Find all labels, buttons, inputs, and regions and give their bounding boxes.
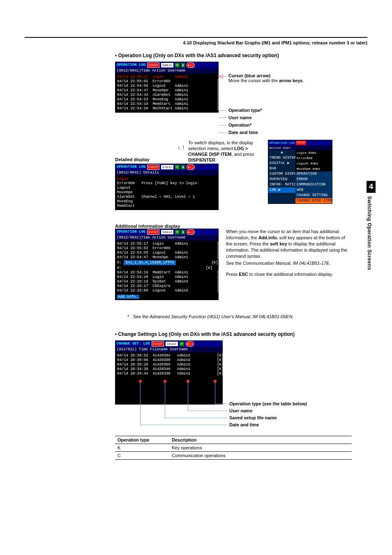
callout-dot xyxy=(139,380,142,383)
cl-callout-file: Saved setup file name xyxy=(229,415,277,420)
cl-title: CHANGE SET. LOG xyxy=(117,342,150,346)
callout-dot xyxy=(187,380,189,383)
submenu-web[interactable]: WEB xyxy=(295,187,332,193)
p2b: Communication Manual, IM 04L41B01-17E. xyxy=(243,261,330,266)
p1b: Add.info. xyxy=(258,235,278,240)
shot1-row: 04/14 22:54:10 MathStart Admin1 [K] xyxy=(117,106,217,111)
switch-note-l4b: . xyxy=(215,157,217,162)
section-heading: 4.10 Displaying Stacked Bar Graphs (/M1 … xyxy=(25,40,367,45)
shot2-row: Error089 Press [FUNC] key to login. xyxy=(117,181,217,186)
tbl-cell: C xyxy=(115,452,169,460)
submenu-error[interactable]: ERROR xyxy=(295,177,332,182)
tbl-h1: Operation type xyxy=(115,436,169,444)
menu-item-trend[interactable]: TREND HISTORY xyxy=(268,155,295,161)
shot3-row: 04/14 22:29:17 CSExpire [Y] xyxy=(117,284,217,289)
operation-type-table: Operation typeDescription KKey operation… xyxy=(115,436,352,460)
shot2-row: Logout xyxy=(117,186,217,190)
shot1-header: (0012/0041)Time Action Username xyxy=(115,68,218,74)
switch-note-l3b: , and press xyxy=(232,152,254,157)
callout-cursor: Cursor (blue arrow) Move the cursor with… xyxy=(228,73,304,83)
changelog-heading: • Change Settings Log (Only on DXs with … xyxy=(115,331,367,337)
menu-bg-row: Error089 xyxy=(295,155,332,161)
menu-item-custom[interactable]: CUSTOM DISPLAY xyxy=(268,171,295,177)
cl-callout-op: Operation type (see the table below) xyxy=(229,401,307,406)
menu-up-icon[interactable]: ▲ xyxy=(268,150,295,155)
footnote-star: * xyxy=(127,314,129,319)
switch-note-l1: To switch displays, in the display xyxy=(188,140,264,146)
menu-bg-row: Login Admi xyxy=(295,150,332,155)
shot3-row: 04/14 22:55:17 Login Admin1 [K] xyxy=(117,242,217,246)
callout-cursor-t3: . xyxy=(302,78,304,83)
battery-icon: ▮ xyxy=(181,230,185,234)
submenu-change-disp[interactable]: CHANGE DISP ITEM xyxy=(295,198,332,204)
menu-item-info[interactable]: INFOR- MATION xyxy=(268,182,295,187)
oplog-heading: • Operation Log (Only on DXs with the /A… xyxy=(115,53,367,58)
p3a: Press xyxy=(226,272,239,277)
switch-note: To switch displays, in the display selec… xyxy=(188,140,264,163)
cl-event-icon: EVENT xyxy=(152,341,164,347)
changelog-bullet: • Change Settings Log (Only on DXs with … xyxy=(115,331,295,337)
record-icon: ●)) xyxy=(187,62,195,68)
menu-item-log[interactable]: LOG ▶ xyxy=(268,187,295,193)
shot2-header: (0012/0041) Details xyxy=(115,170,218,176)
record-icon: ●)) xyxy=(187,229,195,235)
switch-arrows-icon: ↓ ↑ xyxy=(178,144,185,150)
addinfo-para: When you move the cursor to an item that… xyxy=(226,229,349,278)
tbl-cell: Communication operations xyxy=(169,452,352,460)
switch-note-l2b: LOG > xyxy=(234,146,248,151)
cycle-icon: ⟳ xyxy=(175,230,180,234)
oplog-bullet: • Operation Log (Only on DXs with the /A… xyxy=(115,53,279,58)
callout-op: Operation* xyxy=(228,123,251,127)
switch-note-l3a: CHANGE DISP ITEM xyxy=(188,152,232,157)
p1d: soft key xyxy=(270,241,287,246)
shot2-row: AlarmSet Channel = 001, Level = 1 xyxy=(117,195,217,199)
cl-span: 1hour xyxy=(166,342,178,346)
cycle-icon: ⟳ xyxy=(180,342,184,346)
footnote-t1: See the xyxy=(133,314,150,319)
callout-cursor-t2: arrow keys xyxy=(279,78,302,83)
menu-item-bar[interactable]: BAR xyxy=(268,166,295,171)
cl-row: 04/14 20:38:06 41420380 Admin2 [K] xyxy=(117,358,221,363)
shot2-row: Login xyxy=(117,177,217,181)
callout-user: User name xyxy=(228,115,251,120)
footnote-t2: Advanced Security Function (/AS1) User's… xyxy=(150,314,293,319)
p3b: ESC xyxy=(239,272,248,277)
shot2-span: 57min xyxy=(161,165,173,169)
menu-item-digital[interactable]: DIGITAL ▶ xyxy=(268,161,295,166)
shot3-row: 04/14 22:29:09 Logout Admin2 [K] xyxy=(117,289,217,293)
shot3-event-icon: EVENT xyxy=(147,229,159,235)
submenu-operation[interactable]: OPERATION xyxy=(295,171,332,177)
shot1-row: 04/14 22:54:19 MemStart Admin1 [K] xyxy=(117,102,217,106)
callout-optype: Operation type* xyxy=(228,108,262,113)
shot3-title: OPERATION LOG xyxy=(117,230,145,234)
p2a: See the xyxy=(226,261,243,266)
cl-callout-user: User name xyxy=(229,408,252,413)
shot3-row: 04/14 22:54:55 Logout Admin1 [K] xyxy=(117,251,217,255)
submenu-comm[interactable]: COMMUNICATION xyxy=(295,182,332,187)
menu-bg-row: MoveOpe Admi xyxy=(295,166,332,171)
submenu-change-setting[interactable]: CHANGE SETTING xyxy=(295,193,332,198)
addinfo-label: Additional information display xyxy=(115,224,392,229)
shot2-row: MoveOpe xyxy=(117,190,217,195)
shot3-span: 58min xyxy=(161,230,173,234)
shot3-popup: SA1,1,On,H,18200,offPU xyxy=(124,260,176,265)
cl-row: 04/14 20:33:44 41420330 Admin1 [K] xyxy=(117,372,221,376)
tbl-cell: Key operations xyxy=(169,444,352,452)
callout-dot xyxy=(214,380,217,383)
shot3-row: 04/14 22:54:19 MemStart Admin1 [K] xyxy=(117,271,217,275)
shot1-title: OPERATION LOG xyxy=(117,63,145,67)
shot3-row: 04/14 22:55:02 Error089 [Y] xyxy=(117,246,217,251)
detailed-screenshot: OPERATION LOG EVENT 57min ⟳ ▮ ●)) (0012/… xyxy=(115,164,219,210)
shot1-row: 04/14 22:54:55 Logout Admin1 [K] xyxy=(117,84,217,88)
footnote: * See the Advanced Security Function (/A… xyxy=(127,314,367,319)
addinfo-screenshot: OPERATION LOG EVENT 58min ⟳ ▮ ●)) (0012/… xyxy=(115,229,219,300)
menu-title: OPERATION LOG xyxy=(269,141,295,145)
softkey-addinfo[interactable]: Add.info. xyxy=(117,295,139,299)
record-icon: ●)) xyxy=(186,341,194,347)
shot2-row: MoveEng xyxy=(117,199,217,204)
cl-row: 04/14 20:34:38 41420340 Admin1 [K] xyxy=(117,367,221,372)
shot3-row: 04/14 22:54:47 MoveOpe Admin1 [K] xyxy=(117,255,217,260)
cl-row: 04/14 20:36:28 41420360 Admin2 [K] xyxy=(117,363,221,367)
menu-item-overview[interactable]: OVERVIEW xyxy=(268,177,295,182)
tbl-h2: Description xyxy=(169,436,352,444)
